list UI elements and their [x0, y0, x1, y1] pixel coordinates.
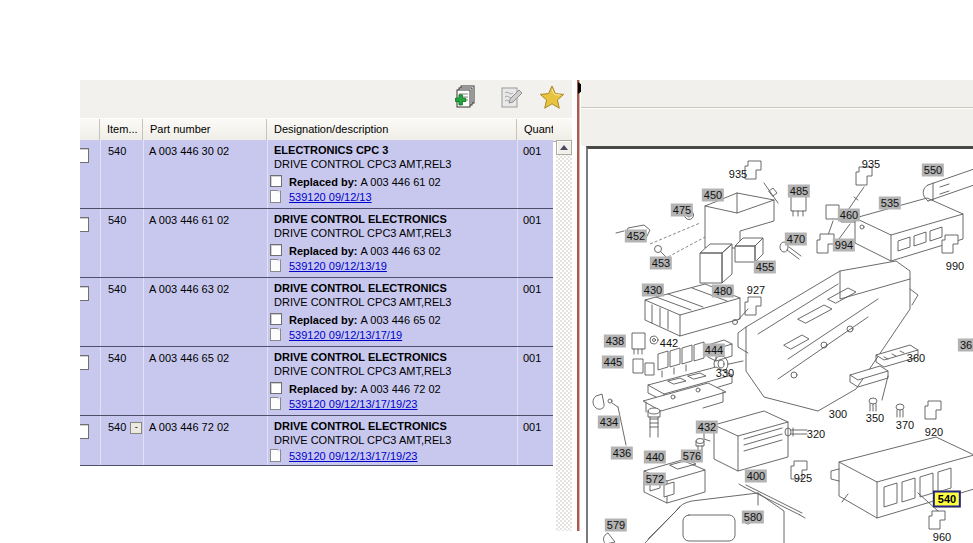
diagram-label[interactable]: 36	[958, 339, 973, 352]
diagram-label[interactable]: 576	[681, 450, 703, 463]
row-select-checkbox[interactable]	[80, 286, 89, 301]
diagram-label[interactable]: 350	[864, 412, 886, 425]
diagram-toolbar-strip	[581, 80, 973, 108]
row-select-checkbox[interactable]	[80, 424, 89, 439]
diagram-label[interactable]: 300	[827, 408, 849, 421]
favorites-star-icon[interactable]	[538, 84, 566, 112]
designation-cell: DRIVE CONTROL ELECTRONICSDRIVE CONTROL C…	[267, 347, 517, 415]
diagram-label[interactable]: 935	[860, 158, 882, 171]
header-designation[interactable]: Designation/description	[267, 119, 517, 141]
exploded-diagram-viewport[interactable]: 9354504754524534559355504855354604709949…	[586, 146, 973, 543]
table-row[interactable]: 540A 003 446 63 02DRIVE CONTROL ELECTRON…	[80, 278, 553, 347]
table-row[interactable]: 540A 003 446 65 02DRIVE CONTROL ELECTRON…	[80, 347, 553, 416]
diagram-label[interactable]: 460	[838, 209, 860, 222]
diagram-label[interactable]: 535	[879, 197, 901, 210]
diagram-label[interactable]: 455	[754, 261, 776, 274]
panel-splitter[interactable]	[577, 80, 579, 531]
add-note-document-icon[interactable]	[452, 84, 480, 112]
table-header: Item... Part number Designation/descript…	[80, 118, 572, 142]
diagram-label[interactable]: 994	[833, 239, 855, 252]
diagram-label[interactable]: 434	[598, 416, 620, 429]
part-number: A 003 446 63 02	[143, 283, 269, 295]
part-number: A 003 446 72 02	[143, 421, 269, 433]
diagram-label[interactable]: 550	[922, 164, 944, 177]
diagram-label[interactable]: 438	[604, 335, 626, 348]
diagram-label[interactable]: 370	[894, 419, 916, 432]
diagram-label-selected[interactable]: 540	[933, 491, 961, 508]
item-number: 540	[108, 214, 126, 226]
diagram-label[interactable]: 475	[671, 204, 693, 217]
footnote-row: 539120 09/12/13	[270, 190, 372, 203]
replaced-by-checkbox[interactable]	[270, 244, 282, 256]
header-select-column[interactable]	[80, 119, 100, 141]
replaced-by-part: A 003 446 61 02	[361, 176, 441, 188]
footnote-link[interactable]: 539120 09/12/13/19	[289, 260, 387, 272]
part-subtitle: DRIVE CONTROL CPC3 AMT,REL3	[274, 296, 451, 308]
diagram-label[interactable]: 572	[644, 473, 666, 486]
part-title: DRIVE CONTROL ELECTRONICS	[274, 351, 447, 363]
diagram-label[interactable]: 452	[625, 230, 647, 243]
diagram-label[interactable]: 444	[703, 344, 725, 357]
replaced-by-checkbox[interactable]	[270, 382, 282, 394]
diagram-label[interactable]: 400	[745, 470, 767, 483]
diagram-label[interactable]: 436	[611, 447, 633, 460]
item-number: 540	[108, 145, 126, 157]
table-row[interactable]: 540-A 003 446 72 02DRIVE CONTROL ELECTRO…	[80, 416, 553, 466]
edit-note-icon[interactable]	[497, 84, 525, 112]
part-subtitle: DRIVE CONTROL CPC3 AMT,REL3	[274, 227, 451, 239]
diagram-label[interactable]: 430	[642, 284, 664, 297]
diagram-label[interactable]: 580	[742, 511, 764, 524]
row-select-checkbox[interactable]	[80, 217, 89, 232]
scroll-up-button[interactable]	[556, 140, 572, 155]
diagram-label[interactable]: 432	[696, 421, 718, 434]
row-select-checkbox[interactable]	[80, 355, 89, 370]
diagram-label[interactable]: 453	[650, 257, 672, 270]
diagram-label[interactable]: 330	[714, 367, 736, 380]
diagram-label[interactable]: 485	[788, 185, 810, 198]
diagram-label[interactable]: 445	[602, 356, 624, 369]
designation-cell: ELECTRONICS CPC 3DRIVE CONTROL CPC3 AMT,…	[267, 140, 517, 208]
diagram-label[interactable]: 442	[658, 337, 680, 350]
row-select-checkbox[interactable]	[80, 148, 89, 163]
part-subtitle: DRIVE CONTROL CPC3 AMT,REL3	[274, 365, 451, 377]
item-number: 540	[108, 283, 126, 295]
diagram-label[interactable]: 470	[785, 233, 807, 246]
diagram-label[interactable]: 990	[944, 260, 966, 273]
footnote-row: 539120 09/12/13/17/19/23	[270, 449, 417, 462]
designation-cell: DRIVE CONTROL ELECTRONICSDRIVE CONTROL C…	[267, 416, 517, 465]
diagram-label[interactable]: 960	[931, 531, 953, 543]
diagram-label[interactable]: 450	[702, 189, 724, 202]
table-rows: 540A 003 446 30 02ELECTRONICS CPC 3DRIVE…	[80, 140, 553, 470]
replaced-by-label: Replaced by:	[289, 176, 361, 188]
replaced-by-checkbox[interactable]	[270, 175, 282, 187]
footnote-link[interactable]: 539120 09/12/13/17/19	[289, 329, 402, 341]
replaced-by-row: Replaced by: A 003 446 63 02	[270, 244, 441, 257]
replaced-by-part: A 003 446 72 02	[361, 383, 441, 395]
diagram-label[interactable]: 320	[805, 428, 827, 441]
footnote-link[interactable]: 539120 09/12/13	[289, 191, 372, 203]
diagram-label[interactable]: 360	[905, 352, 927, 365]
vertical-scrollbar[interactable]	[556, 140, 572, 531]
header-part-number[interactable]: Part number	[143, 119, 267, 141]
diagram-label[interactable]: 440	[644, 451, 666, 464]
designation-cell: DRIVE CONTROL ELECTRONICSDRIVE CONTROL C…	[267, 278, 517, 346]
designation-cell: DRIVE CONTROL ELECTRONICSDRIVE CONTROL C…	[267, 209, 517, 277]
part-number: A 003 446 65 02	[143, 352, 269, 364]
diagram-label[interactable]: 925	[792, 472, 814, 485]
replaced-by-checkbox[interactable]	[270, 313, 282, 325]
footnote-link[interactable]: 539120 09/12/13/17/19/23	[289, 450, 417, 462]
footnote-row: 539120 09/12/13/17/19	[270, 328, 402, 341]
table-row[interactable]: 540A 003 446 61 02DRIVE CONTROL ELECTRON…	[80, 209, 553, 278]
diagram-label[interactable]: 935	[727, 168, 749, 181]
footnote-link[interactable]: 539120 09/12/13/17/19/23	[289, 398, 417, 410]
diagram-label[interactable]: 927	[745, 284, 767, 297]
collapse-button[interactable]: -	[130, 422, 142, 434]
part-subtitle: DRIVE CONTROL CPC3 AMT,REL3	[274, 158, 451, 170]
header-quantity[interactable]: Quantity	[517, 119, 553, 141]
diagram-label[interactable]: 480	[712, 285, 734, 298]
table-row[interactable]: 540A 003 446 30 02ELECTRONICS CPC 3DRIVE…	[80, 140, 553, 209]
diagram-label[interactable]: 579	[605, 519, 627, 532]
header-item[interactable]: Item...	[100, 119, 143, 141]
diagram-label[interactable]: 920	[923, 426, 945, 439]
parts-list-toolbar	[80, 80, 572, 119]
